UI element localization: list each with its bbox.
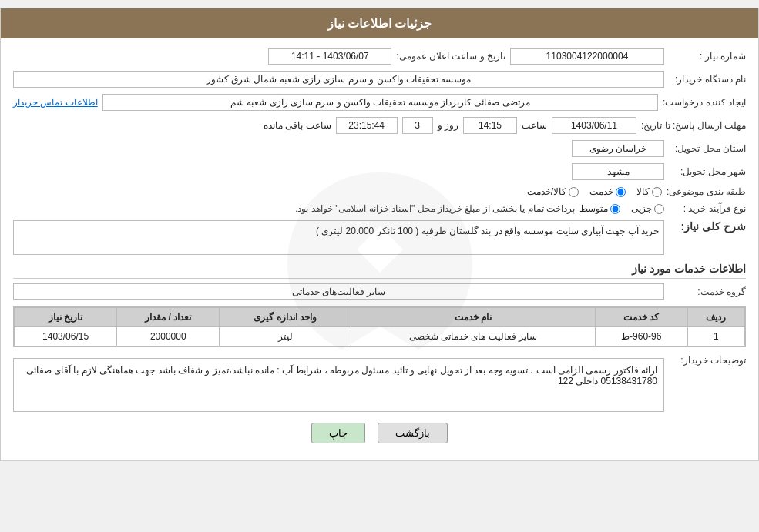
response-deadline-label: مهلت ارسال پاسخ: تا تاریخ: (641, 120, 746, 131)
announce-date-value: 1403/06/07 - 14:11 (268, 48, 391, 65)
category-label: طبقه بندی موضوعی: (667, 186, 746, 197)
need-number-value: 1103004122000004 (510, 48, 664, 65)
col-unit: واحد اندازه گیری (220, 308, 351, 327)
category-radio-group: کالا خدمت کالا/خدمت (527, 186, 662, 197)
table-row: 1960-96-طسایر فعالیت های خدماتی شخصیلیتر… (15, 327, 745, 346)
creator-value: مرتضی صفائی کاربرداز موسسه تحقیقات واکسن… (102, 94, 658, 111)
response-time-label: ساعت (522, 120, 547, 131)
notes-value: ارائه فاکتور رسمی الزامی است ، تسویه وجه… (13, 358, 664, 412)
col-code: کد خدمت (595, 308, 687, 327)
category-service-option[interactable]: خدمت (589, 186, 626, 197)
services-table: ردیف کد خدمت نام خدمت واحد اندازه گیری ت… (13, 306, 746, 347)
need-number-label: شماره نیاز : (669, 51, 746, 62)
process-medium-label: متوسط (579, 203, 608, 214)
notes-label: توضیحات خریدار: (669, 355, 746, 366)
col-quantity: تعداد / مقدار (117, 308, 220, 327)
category-goods-service-radio[interactable] (569, 187, 579, 197)
buyer-org-value: موسسه تحقیقات واکسن و سرم سازی رازی شعبه… (13, 71, 664, 88)
process-medium-option[interactable]: متوسط (579, 203, 620, 214)
remaining-time-value: 23:15:44 (336, 117, 398, 134)
process-medium-radio[interactable] (610, 204, 620, 214)
province-value: خراسان رضوی (572, 140, 664, 157)
general-desc-title: شرح کلی نیاز: (669, 220, 746, 236)
category-service-radio[interactable] (616, 187, 626, 197)
general-desc-value: خرید آب جهت آبیاری سایت موسسه واقع در بن… (13, 220, 664, 255)
process-partial-option[interactable]: جزیی (631, 203, 664, 214)
service-group-value: سایر فعالیت‌های خدماتی (13, 283, 664, 300)
announce-date-label: تاریخ و ساعت اعلان عمومی: (396, 51, 505, 62)
category-goods-service-label: کالا/خدمت (527, 186, 566, 197)
buyer-org-label: نام دستگاه خریدار: (669, 74, 746, 85)
category-goods-service-option[interactable]: کالا/خدمت (527, 186, 579, 197)
service-group-label: گروه خدمت: (669, 286, 746, 297)
process-partial-radio[interactable] (654, 204, 664, 214)
col-date: تاریخ نیاز (15, 308, 117, 327)
response-date-value: 1403/06/11 (552, 117, 636, 134)
process-radio-group: جزیی متوسط (579, 203, 664, 214)
button-row: بازگشت چاپ (13, 423, 746, 443)
col-name: نام خدمت (351, 308, 595, 327)
category-goods-option[interactable]: کالا (636, 186, 662, 197)
services-section-title: اطلاعات خدمات مورد نیاز (13, 263, 746, 279)
city-label: شهر محل تحویل: (669, 166, 746, 177)
back-button[interactable]: بازگشت (378, 423, 448, 443)
response-time-value: 14:15 (463, 117, 517, 134)
creator-label: ایجاد کننده درخواست: (663, 97, 746, 108)
process-note: پرداخت تمام یا بخشی از مبلغ خریداز محل "… (295, 203, 575, 214)
process-label: نوع فرآیند خرید : (669, 203, 746, 214)
category-goods-label: کالا (636, 186, 650, 197)
province-label: استان محل تحویل: (669, 143, 746, 154)
category-service-label: خدمت (589, 186, 613, 197)
category-goods-radio[interactable] (652, 187, 662, 197)
contact-link[interactable]: اطلاعات تماس خریدار (13, 97, 98, 108)
city-value: مشهد (572, 163, 664, 180)
page-title: جزئیات اطلاعات نیاز (1, 8, 758, 38)
response-days-label: روز و (438, 120, 458, 131)
col-row: ردیف (687, 308, 744, 327)
process-partial-label: جزیی (631, 203, 652, 214)
print-button[interactable]: چاپ (311, 423, 365, 443)
remaining-label: ساعت باقی مانده (264, 120, 331, 131)
response-days-value: 3 (402, 117, 433, 134)
